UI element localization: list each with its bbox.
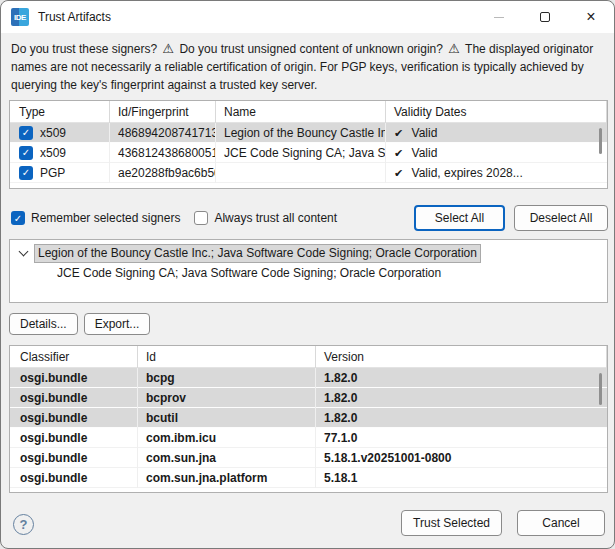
signer-name: Legion of the Bouncy Castle Inc.; ... xyxy=(216,123,386,143)
artifact-classifier: osgi.bundle xyxy=(10,468,138,488)
artifacts-table: Classifier Id Version osgi.bundle bcpg 1… xyxy=(9,345,608,493)
artifact-classifier: osgi.bundle xyxy=(10,388,138,408)
artifacts-table-header: Classifier Id Version xyxy=(10,346,607,368)
tree-parent-label[interactable]: Legion of the Bouncy Castle Inc.; Java S… xyxy=(35,245,480,262)
signer-name: JCE Code Signing CA; Java Softw... xyxy=(216,143,386,163)
warning-icon: ⚠ xyxy=(446,41,462,56)
artifact-version: 1.82.0 xyxy=(316,408,607,428)
artifact-id: com.ibm.icu xyxy=(138,428,316,448)
checkbox-check-icon: ✓ xyxy=(22,163,30,183)
signer-checkbox[interactable]: ✓ xyxy=(19,126,33,140)
artifact-row[interactable]: osgi.bundle com.sun.jna 5.18.1.v20251001… xyxy=(10,448,607,468)
artifact-version: 5.18.1 xyxy=(316,468,607,488)
column-header-id[interactable]: Id xyxy=(138,346,316,368)
minimize-icon xyxy=(494,17,504,18)
signer-type: PGP xyxy=(40,163,65,183)
signer-validity: Valid, expires 2028... xyxy=(412,166,523,180)
valid-check-icon: ✔ xyxy=(394,167,403,179)
artifact-id: com.sun.jna xyxy=(138,448,316,468)
artifact-classifier: osgi.bundle xyxy=(10,428,138,448)
artifacts-table-scrollbar[interactable] xyxy=(599,373,602,405)
signer-validity: Valid xyxy=(412,126,438,140)
footer-buttons: Trust Selected Cancel xyxy=(401,510,605,536)
always-trust-checkbox[interactable] xyxy=(194,211,208,225)
signer-row[interactable]: ✓ x509 4368124386800514003 JCE Code Sign… xyxy=(10,143,607,163)
maximize-icon xyxy=(540,12,550,22)
window-controls: × xyxy=(476,1,614,33)
artifact-row[interactable]: osgi.bundle bcprov 1.82.0 xyxy=(10,388,607,408)
signer-type: x509 xyxy=(40,123,66,143)
details-button[interactable]: Details... xyxy=(9,313,78,335)
chevron-down-icon[interactable] xyxy=(19,247,29,257)
tree-parent-row[interactable]: Legion of the Bouncy Castle Inc.; Java S… xyxy=(10,244,607,262)
signer-id: 486894208741713863... xyxy=(110,123,216,143)
artifact-id: bcpg xyxy=(138,368,316,388)
artifact-classifier: osgi.bundle xyxy=(10,448,138,468)
signer-checkbox[interactable]: ✓ xyxy=(19,166,33,180)
header-message-part2: Do you trust unsigned content of unknown… xyxy=(179,42,443,56)
help-icon: ? xyxy=(20,517,28,532)
signers-table-header: Type Id/Fingerprint Name Validity Dates xyxy=(10,101,607,123)
select-all-button[interactable]: Select All xyxy=(414,205,505,231)
cancel-button[interactable]: Cancel xyxy=(517,510,605,536)
trust-artifacts-dialog: IDE Trust Artifacts × Do you trust these… xyxy=(0,0,615,549)
close-button[interactable]: × xyxy=(568,1,614,33)
artifact-classifier: osgi.bundle xyxy=(10,368,138,388)
signer-details-tree: Legion of the Bouncy Castle Inc.; Java S… xyxy=(9,239,608,303)
artifact-version: 1.82.0 xyxy=(316,368,607,388)
column-header-id-fingerprint[interactable]: Id/Fingerprint xyxy=(110,101,216,123)
always-trust-option[interactable]: Always trust all content xyxy=(194,211,337,225)
detail-buttons: Details... Export... xyxy=(9,313,150,335)
column-header-name[interactable]: Name xyxy=(216,101,386,123)
signers-table: Type Id/Fingerprint Name Validity Dates … xyxy=(9,100,608,189)
signer-type: x509 xyxy=(40,143,66,163)
artifact-id: bcutil xyxy=(138,408,316,428)
checkbox-check-icon: ✓ xyxy=(22,123,30,143)
artifact-classifier: osgi.bundle xyxy=(10,408,138,428)
column-header-classifier[interactable]: Classifier xyxy=(10,346,138,368)
remember-signers-label[interactable]: Remember selected signers xyxy=(31,211,180,225)
signer-row[interactable]: ✓ PGP ae20288fb9ac6b5068... ✔ Valid, exp… xyxy=(10,163,607,183)
remember-signers-checkbox[interactable]: ✓ xyxy=(11,211,25,225)
remember-signers-option[interactable]: ✓ Remember selected signers xyxy=(11,211,180,225)
artifact-version: 1.82.0 xyxy=(316,388,607,408)
maximize-button[interactable] xyxy=(522,1,568,33)
signer-id: 4368124386800514003 xyxy=(110,143,216,163)
export-button[interactable]: Export... xyxy=(84,313,151,335)
artifact-version: 5.18.1.v20251001-0800 xyxy=(316,448,607,468)
help-button[interactable]: ? xyxy=(13,514,34,535)
artifact-row[interactable]: osgi.bundle com.ibm.icu 77.1.0 xyxy=(10,428,607,448)
artifact-row[interactable]: osgi.bundle com.sun.jna.platform 5.18.1 xyxy=(10,468,607,488)
checkbox-check-icon: ✓ xyxy=(22,143,30,163)
column-header-version[interactable]: Version xyxy=(316,346,607,368)
valid-check-icon: ✔ xyxy=(394,127,403,139)
artifact-version: 77.1.0 xyxy=(316,428,607,448)
always-trust-label[interactable]: Always trust all content xyxy=(214,211,337,225)
signer-checkbox[interactable]: ✓ xyxy=(19,146,33,160)
artifact-id: bcprov xyxy=(138,388,316,408)
warning-icon: ⚠ xyxy=(160,41,176,56)
signer-name xyxy=(216,163,386,183)
column-header-validity-dates[interactable]: Validity Dates xyxy=(386,101,607,123)
signer-row[interactable]: ✓ x509 486894208741713863... Legion of t… xyxy=(10,123,607,143)
options-row: ✓ Remember selected signers Always trust… xyxy=(11,204,608,232)
deselect-all-button[interactable]: Deselect All xyxy=(514,205,608,231)
artifact-row[interactable]: osgi.bundle bcpg 1.82.0 xyxy=(10,368,607,388)
title-bar: IDE Trust Artifacts × xyxy=(1,1,614,33)
minimize-button[interactable] xyxy=(476,1,522,33)
valid-check-icon: ✔ xyxy=(394,147,403,159)
app-icon: IDE xyxy=(11,8,29,26)
tree-child-row[interactable]: JCE Code Signing CA; Java Software Code … xyxy=(10,264,607,282)
window-title: Trust Artifacts xyxy=(38,10,111,24)
checkbox-check-icon: ✓ xyxy=(14,213,22,224)
artifact-row[interactable]: osgi.bundle bcutil 1.82.0 xyxy=(10,408,607,428)
signers-table-scrollbar[interactable] xyxy=(599,128,602,154)
signer-id: ae20288fb9ac6b5068... xyxy=(110,163,216,183)
column-header-type[interactable]: Type xyxy=(10,101,110,123)
tree-child-label: JCE Code Signing CA; Java Software Code … xyxy=(57,266,441,280)
header-message: Do you trust these signers? ⚠ Do you tru… xyxy=(11,40,608,94)
close-icon: × xyxy=(586,9,595,25)
artifact-id: com.sun.jna.platform xyxy=(138,468,316,488)
trust-selected-button[interactable]: Trust Selected xyxy=(401,510,502,536)
signer-validity: Valid xyxy=(412,146,438,160)
